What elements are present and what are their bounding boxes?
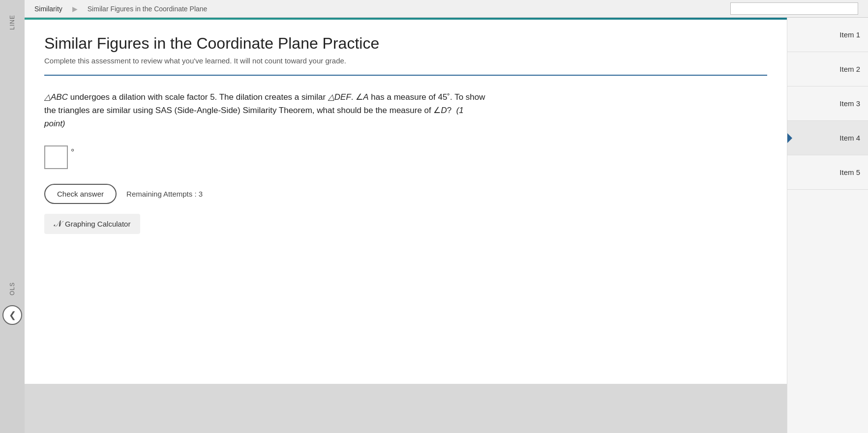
practice-area: Similar Figures in the Coordinate Plane …	[25, 18, 787, 433]
graphing-calculator-button[interactable]: 𝒩 Graphing Calculator	[44, 214, 140, 234]
question-text: △ABC undergoes a dilation with scale fac…	[44, 90, 487, 131]
line-label: LINE	[9, 15, 16, 30]
sidebar-item-1[interactable]: Item 1	[787, 18, 868, 52]
practice-subtitle: Complete this assessment to review what …	[44, 57, 767, 65]
check-answer-row: Check answer Remaining Attempts : 3	[44, 184, 767, 204]
left-sidebar: LINE ❮ OLS	[0, 0, 25, 433]
main-wrapper: Similarity ▶ Similar Figures in the Coor…	[25, 0, 868, 433]
answer-area: °	[44, 145, 767, 169]
bottom-gray-area	[25, 384, 787, 433]
nav-search-input[interactable]	[730, 2, 858, 15]
top-nav: Similarity ▶ Similar Figures in the Coor…	[25, 0, 868, 18]
content-body: Similar Figures in the Coordinate Plane …	[25, 18, 868, 433]
question-body: △ABC undergoes a dilation with scale fac…	[44, 92, 485, 128]
back-button[interactable]: ❮	[2, 305, 22, 325]
remaining-attempts: Remaining Attempts : 3	[126, 190, 203, 198]
check-answer-button[interactable]: Check answer	[44, 184, 117, 204]
sidebar-item-3[interactable]: Item 3	[787, 87, 868, 121]
sidebar-item-4[interactable]: Item 4	[787, 121, 868, 155]
practice-content: Similar Figures in the Coordinate Plane …	[25, 20, 787, 384]
nav-separator: ▶	[72, 5, 78, 13]
calc-icon: 𝒩	[54, 219, 61, 229]
divider-line	[44, 75, 767, 76]
practice-title: Similar Figures in the Coordinate Plane …	[44, 34, 767, 53]
nav-current: Similar Figures in the Coordinate Plane	[88, 5, 208, 13]
graphing-calc-label: Graphing Calculator	[65, 220, 130, 228]
answer-input[interactable]	[44, 145, 68, 169]
right-sidebar: Item 1Item 2Item 3Item 4Item 5	[787, 18, 868, 433]
sidebar-item-5[interactable]: Item 5	[787, 155, 868, 190]
sidebar-item-2[interactable]: Item 2	[787, 52, 868, 87]
tools-label: OLS	[9, 282, 16, 295]
degree-symbol: °	[71, 147, 74, 158]
nav-similarity[interactable]: Similarity	[34, 5, 62, 13]
